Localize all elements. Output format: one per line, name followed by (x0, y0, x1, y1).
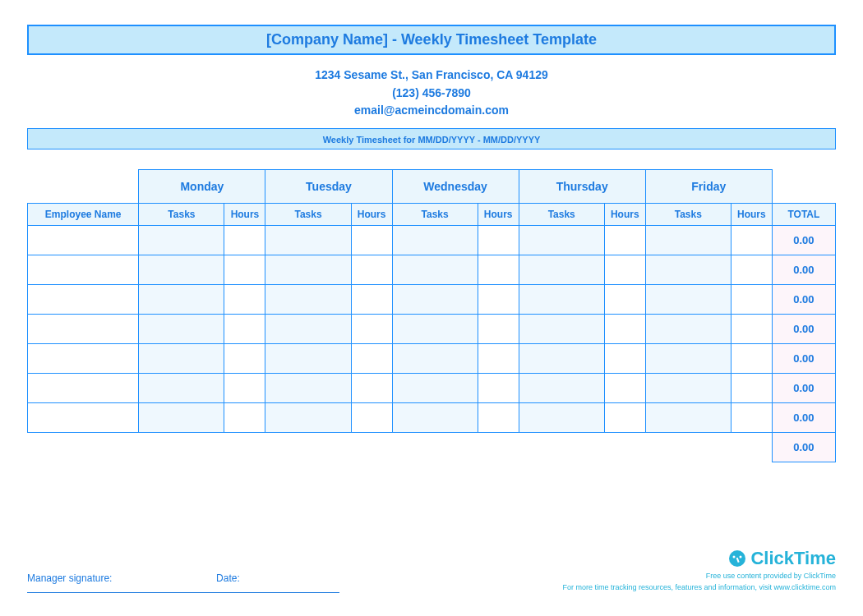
hours-cell[interactable] (224, 226, 265, 255)
task-cell[interactable] (645, 226, 731, 255)
task-cell[interactable] (139, 344, 224, 374)
hours-cell[interactable] (478, 344, 519, 374)
employee-cell[interactable] (28, 255, 139, 285)
employee-cell[interactable] (28, 226, 139, 255)
employee-cell[interactable] (28, 285, 139, 315)
task-cell[interactable] (519, 315, 604, 344)
task-cell[interactable] (519, 403, 604, 433)
task-cell[interactable] (645, 374, 731, 403)
hours-cell[interactable] (604, 226, 645, 255)
task-cell[interactable] (265, 255, 351, 285)
task-cell[interactable] (265, 374, 351, 403)
hours-cell[interactable] (478, 315, 519, 344)
task-cell[interactable] (139, 403, 224, 433)
task-cell[interactable] (265, 226, 351, 255)
hours-cell[interactable] (604, 285, 645, 315)
task-cell[interactable] (392, 374, 478, 403)
task-cell[interactable] (519, 374, 604, 403)
hours-cell[interactable] (731, 255, 772, 285)
hours-cell[interactable] (731, 403, 772, 433)
hours-cell[interactable] (731, 285, 772, 315)
task-cell[interactable] (519, 255, 604, 285)
task-cell[interactable] (139, 315, 224, 344)
task-cell[interactable] (139, 285, 224, 315)
row-total-cell[interactable]: 0.00 (772, 315, 835, 344)
task-cell[interactable] (265, 285, 351, 315)
task-cell[interactable] (265, 403, 351, 433)
task-cell[interactable] (519, 285, 604, 315)
day-header-row: Monday Tuesday Wednesday Thursday Friday (28, 170, 836, 204)
task-cell[interactable] (392, 226, 478, 255)
hours-cell[interactable] (478, 285, 519, 315)
task-cell[interactable] (139, 255, 224, 285)
employee-cell[interactable] (28, 344, 139, 374)
day-header-thursday: Thursday (519, 170, 645, 204)
brand-tagline-1: Free use content provided by ClickTime (562, 571, 836, 582)
task-cell[interactable] (392, 315, 478, 344)
manager-signature-label: Manager signature: (27, 572, 112, 584)
task-cell[interactable] (645, 344, 731, 374)
hours-cell[interactable] (351, 403, 392, 433)
header-spacer (28, 170, 139, 204)
task-cell[interactable] (645, 403, 731, 433)
week-range-bar: Weekly Timesheet for MM/DD/YYYY - MM/DD/… (27, 128, 836, 149)
row-total-cell[interactable]: 0.00 (772, 226, 835, 255)
hours-cell[interactable] (604, 315, 645, 344)
hours-cell[interactable] (224, 344, 265, 374)
hours-cell[interactable] (224, 403, 265, 433)
task-cell[interactable] (265, 315, 351, 344)
week-range-label: Weekly Timesheet for MM/DD/YYYY - MM/DD/… (323, 135, 541, 145)
task-cell[interactable] (645, 315, 731, 344)
total-header: TOTAL (772, 204, 835, 226)
tasks-header: Tasks (645, 204, 731, 226)
hours-cell[interactable] (224, 285, 265, 315)
hours-cell[interactable] (604, 403, 645, 433)
row-total-cell[interactable]: 0.00 (772, 285, 835, 315)
hours-cell[interactable] (731, 226, 772, 255)
hours-cell[interactable] (478, 403, 519, 433)
hours-cell[interactable] (478, 226, 519, 255)
hours-header: Hours (224, 204, 265, 226)
employee-cell[interactable] (28, 403, 139, 433)
hours-cell[interactable] (224, 255, 265, 285)
grand-total-row: 0.00 (28, 433, 836, 462)
task-cell[interactable] (519, 344, 604, 374)
hours-cell[interactable] (478, 255, 519, 285)
hours-cell[interactable] (351, 226, 392, 255)
hours-cell[interactable] (604, 255, 645, 285)
hours-cell[interactable] (731, 344, 772, 374)
hours-cell[interactable] (351, 285, 392, 315)
task-cell[interactable] (392, 403, 478, 433)
tasks-header: Tasks (139, 204, 224, 226)
timesheet-table: Monday Tuesday Wednesday Thursday Friday… (27, 169, 836, 462)
task-cell[interactable] (645, 255, 731, 285)
hours-cell[interactable] (731, 374, 772, 403)
employee-cell[interactable] (28, 315, 139, 344)
employee-cell[interactable] (28, 374, 139, 403)
signature-line (27, 592, 339, 593)
hours-cell[interactable] (731, 315, 772, 344)
task-cell[interactable] (645, 285, 731, 315)
hours-cell[interactable] (351, 255, 392, 285)
hours-cell[interactable] (351, 315, 392, 344)
hours-cell[interactable] (351, 374, 392, 403)
hours-cell[interactable] (478, 374, 519, 403)
task-cell[interactable] (139, 226, 224, 255)
row-total-cell[interactable]: 0.00 (772, 403, 835, 433)
row-total-cell[interactable]: 0.00 (772, 255, 835, 285)
hours-cell[interactable] (224, 374, 265, 403)
signature-block: Manager signature: Date: (27, 572, 339, 593)
row-total-cell[interactable]: 0.00 (772, 374, 835, 403)
task-cell[interactable] (392, 255, 478, 285)
task-cell[interactable] (139, 374, 224, 403)
hours-cell[interactable] (351, 344, 392, 374)
task-cell[interactable] (392, 285, 478, 315)
row-total-cell[interactable]: 0.00 (772, 344, 835, 374)
hours-cell[interactable] (604, 374, 645, 403)
hours-cell[interactable] (604, 344, 645, 374)
task-cell[interactable] (265, 344, 351, 374)
task-cell[interactable] (392, 344, 478, 374)
task-cell[interactable] (519, 226, 604, 255)
hours-cell[interactable] (224, 315, 265, 344)
page-title: [Company Name] - Weekly Timesheet Templa… (266, 31, 597, 48)
